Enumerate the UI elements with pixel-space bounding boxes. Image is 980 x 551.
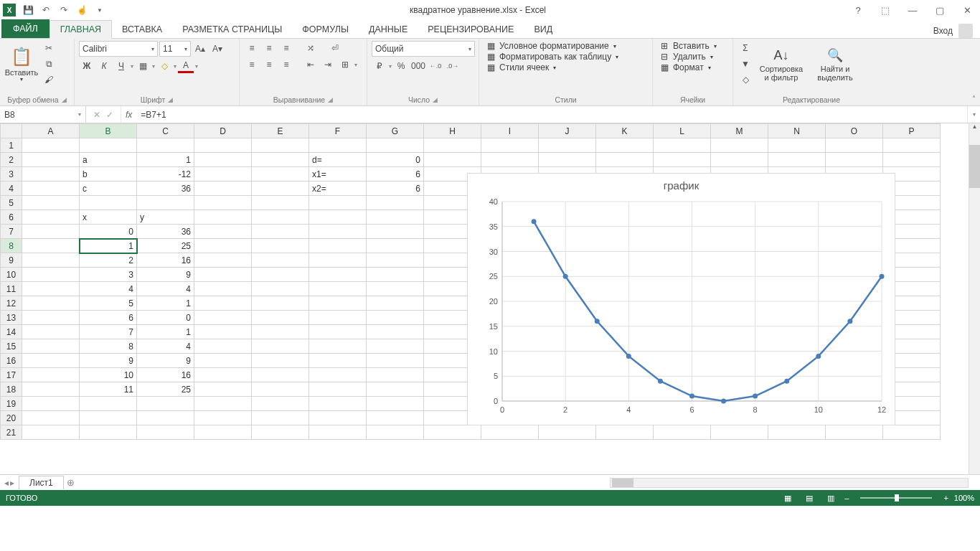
cell[interactable] bbox=[826, 425, 883, 440]
collapse-ribbon-icon[interactable]: ˄ bbox=[972, 95, 976, 103]
cell[interactable] bbox=[252, 325, 309, 339]
cell[interactable] bbox=[252, 253, 309, 268]
cell[interactable] bbox=[22, 167, 80, 182]
cell[interactable] bbox=[22, 368, 80, 382]
cell[interactable] bbox=[80, 425, 137, 440]
sort-filter-button[interactable]: A↓ Сортировка и фильтр bbox=[755, 41, 807, 90]
row-header[interactable]: 19 bbox=[1, 397, 22, 411]
cell[interactable] bbox=[194, 167, 252, 182]
cell[interactable] bbox=[194, 253, 252, 268]
horizontal-scrollbar[interactable] bbox=[610, 478, 969, 488]
cell[interactable] bbox=[654, 138, 711, 153]
cell[interactable] bbox=[768, 153, 826, 167]
embedded-chart[interactable]: график 0510152025303540024681012 bbox=[467, 173, 895, 425]
cell[interactable]: 0 bbox=[367, 153, 424, 167]
tab-главная[interactable]: ГЛАВНАЯ bbox=[50, 20, 112, 39]
fx-icon[interactable]: fx bbox=[121, 106, 136, 123]
cell[interactable]: 1 bbox=[137, 296, 194, 311]
fill-color-icon[interactable]: ◇ bbox=[156, 59, 172, 73]
zoom-out-icon[interactable]: – bbox=[844, 494, 849, 502]
cell[interactable]: y bbox=[137, 210, 194, 225]
align-right-icon[interactable]: ≡ bbox=[278, 57, 294, 72]
cell[interactable]: 5 bbox=[80, 296, 137, 311]
cell[interactable]: 3 bbox=[80, 268, 137, 282]
cell[interactable] bbox=[22, 397, 80, 411]
cell[interactable] bbox=[194, 382, 252, 397]
row-header[interactable]: 12 bbox=[1, 296, 22, 311]
cell[interactable] bbox=[22, 182, 80, 196]
cell[interactable] bbox=[367, 411, 424, 425]
column-header[interactable]: C bbox=[137, 124, 194, 138]
font-color-icon[interactable]: A bbox=[178, 59, 194, 73]
column-header[interactable]: F bbox=[309, 124, 367, 138]
row-header[interactable]: 9 bbox=[1, 253, 22, 268]
cell[interactable] bbox=[252, 167, 309, 182]
cell[interactable] bbox=[367, 382, 424, 397]
cell[interactable]: 0 bbox=[137, 311, 194, 325]
cell[interactable] bbox=[252, 311, 309, 325]
cell[interactable] bbox=[596, 425, 654, 440]
cell[interactable] bbox=[309, 239, 367, 253]
cell[interactable] bbox=[309, 225, 367, 239]
cell[interactable] bbox=[80, 138, 137, 153]
cell[interactable] bbox=[22, 325, 80, 339]
cell[interactable] bbox=[309, 296, 367, 311]
row-header[interactable]: 10 bbox=[1, 268, 22, 282]
cell[interactable] bbox=[194, 325, 252, 339]
delete-cells-button[interactable]: ⊟Удалить▾ bbox=[657, 52, 728, 62]
tab-данные[interactable]: ДАННЫЕ bbox=[359, 21, 418, 38]
cell[interactable] bbox=[367, 325, 424, 339]
cell[interactable]: c bbox=[80, 182, 137, 196]
cell[interactable] bbox=[22, 196, 80, 210]
cell[interactable] bbox=[367, 196, 424, 210]
cell[interactable]: 6 bbox=[80, 311, 137, 325]
dialog-launcher-icon[interactable]: ◢ bbox=[168, 96, 173, 103]
cell[interactable] bbox=[137, 196, 194, 210]
cell[interactable] bbox=[424, 138, 481, 153]
cell[interactable] bbox=[309, 397, 367, 411]
cell[interactable] bbox=[80, 196, 137, 210]
comma-format-icon[interactable]: 000 bbox=[410, 59, 426, 73]
cell[interactable] bbox=[80, 397, 137, 411]
row-header[interactable]: 18 bbox=[1, 382, 22, 397]
cell[interactable]: x1= bbox=[309, 167, 367, 182]
cell[interactable] bbox=[768, 138, 826, 153]
cancel-formula-icon[interactable]: ✕ bbox=[93, 110, 100, 120]
column-header[interactable]: D bbox=[194, 124, 252, 138]
borders-icon[interactable]: ▦ bbox=[135, 59, 151, 73]
row-header[interactable]: 13 bbox=[1, 311, 22, 325]
tab-формулы[interactable]: ФОРМУЛЫ bbox=[292, 21, 359, 38]
cell[interactable]: 1 bbox=[137, 153, 194, 167]
cell[interactable] bbox=[883, 425, 941, 440]
number-format-combo[interactable]: Общий▾ bbox=[372, 41, 475, 57]
vertical-scrollbar[interactable]: ▲ bbox=[969, 123, 980, 474]
cell[interactable] bbox=[309, 411, 367, 425]
cell[interactable] bbox=[137, 425, 194, 440]
align-middle-icon[interactable]: ≡ bbox=[261, 41, 277, 55]
cell[interactable] bbox=[252, 210, 309, 225]
cell[interactable] bbox=[194, 182, 252, 196]
cell[interactable]: 9 bbox=[80, 354, 137, 368]
cell[interactable] bbox=[22, 153, 80, 167]
cell[interactable] bbox=[252, 397, 309, 411]
cell[interactable] bbox=[367, 311, 424, 325]
cell[interactable] bbox=[309, 268, 367, 282]
cell[interactable] bbox=[252, 182, 309, 196]
fill-icon[interactable]: ▼ bbox=[738, 57, 753, 71]
cell[interactable] bbox=[22, 225, 80, 239]
cell[interactable] bbox=[22, 282, 80, 296]
cell[interactable] bbox=[309, 282, 367, 296]
cell[interactable] bbox=[309, 210, 367, 225]
conditional-formatting-button[interactable]: ▦Условное форматирование▾ bbox=[484, 41, 648, 51]
column-header[interactable]: O bbox=[826, 124, 883, 138]
cell[interactable]: 6 bbox=[367, 167, 424, 182]
cell[interactable] bbox=[309, 196, 367, 210]
cell[interactable]: 9 bbox=[137, 354, 194, 368]
cell[interactable] bbox=[309, 354, 367, 368]
new-sheet-icon[interactable]: ⊕ bbox=[64, 477, 78, 488]
cell[interactable] bbox=[367, 397, 424, 411]
column-header[interactable]: H bbox=[424, 124, 481, 138]
cell[interactable] bbox=[481, 425, 539, 440]
paste-button[interactable]: 📋 Вставить ▾ bbox=[4, 41, 39, 90]
cell[interactable] bbox=[252, 368, 309, 382]
